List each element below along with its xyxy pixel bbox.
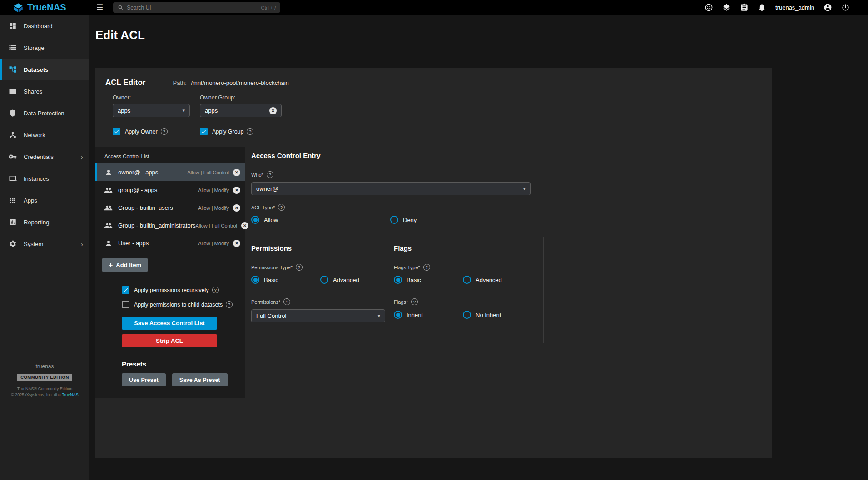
sidebar-item-credentials[interactable]: Credentials › [0, 146, 89, 168]
help-icon[interactable]: ? [226, 301, 233, 308]
flags-inherit-radio[interactable]: Inherit [394, 311, 463, 319]
permissions-type-label: Permissions Type* [251, 265, 293, 270]
apps-grid-icon [9, 196, 17, 204]
acl-entry-row[interactable]: owner@ - apps Allow | Full Control ✕ [95, 163, 245, 181]
sidebar-item-data-protection[interactable]: Data Protection [0, 102, 89, 124]
radio-circle [463, 311, 471, 319]
radio-circle [320, 276, 328, 284]
help-icon[interactable]: ? [411, 298, 418, 305]
truenas-logo-icon [13, 2, 24, 13]
flags-type-basic-radio[interactable]: Basic [394, 276, 463, 284]
permissions-type-basic-radio[interactable]: Basic [251, 276, 320, 284]
copyright-line: © 2025 iXsystems, Inc. dba TrueNAS [0, 392, 89, 397]
recursive-checkbox-row[interactable]: Apply permissions recursively ? [122, 286, 245, 294]
user-icon [104, 239, 113, 247]
help-icon[interactable]: ? [161, 128, 168, 135]
check-icon [201, 129, 207, 134]
search-bar[interactable]: Ctrl + / [113, 2, 280, 13]
flags-no-inherit-radio[interactable]: No Inherit [463, 311, 501, 319]
add-item-button[interactable]: + Add Item [102, 258, 148, 272]
search-shortcut-hint: Ctrl + / [261, 5, 276, 10]
truenas-logo[interactable]: TrueNAS [0, 2, 89, 13]
remove-entry-icon[interactable]: ✕ [233, 187, 240, 194]
owner-group-select[interactable]: apps ✕ [200, 104, 282, 117]
save-as-preset-button[interactable]: Save As Preset [172, 373, 228, 386]
sidebar-item-network[interactable]: Network [0, 124, 89, 146]
save-acl-button[interactable]: Save Access Control List [122, 317, 217, 330]
user-avatar-icon[interactable] [823, 3, 832, 12]
sidebar-item-datasets[interactable]: Datasets [0, 59, 89, 80]
radio-label: Inherit [407, 312, 423, 318]
radio-circle [394, 311, 402, 319]
radio-label: Deny [403, 217, 417, 223]
help-icon[interactable]: ? [247, 128, 253, 135]
sidebar-item-instances[interactable]: Instances [0, 168, 89, 189]
permissions-label: Permissions* [251, 299, 280, 305]
tasks-clipboard-icon[interactable] [740, 3, 749, 12]
remove-entry-icon[interactable]: ✕ [233, 204, 240, 212]
who-select[interactable]: owner@ ▾ [251, 182, 531, 195]
sidebar-item-label: Datasets [24, 66, 48, 73]
copyright-brand-link[interactable]: TrueNAS [62, 392, 79, 397]
flags-type-advanced-radio[interactable]: Advanced [463, 276, 502, 284]
apply-owner-checkbox-row[interactable]: Apply Owner ? [113, 128, 190, 135]
power-icon[interactable] [841, 3, 850, 12]
acl-entry-permission: Allow | Full Control [196, 223, 238, 228]
hamburger-menu-icon[interactable]: ☰ [96, 4, 103, 11]
help-icon[interactable]: ? [423, 264, 430, 271]
sidebar-item-storage[interactable]: Storage [0, 37, 89, 59]
laptop-icon [9, 174, 17, 183]
path-label: Path: [173, 79, 186, 86]
sidebar-item-system[interactable]: System › [0, 233, 89, 255]
sidebar-item-reporting[interactable]: Reporting [0, 211, 89, 233]
help-icon[interactable]: ? [212, 287, 219, 293]
child-datasets-checkbox-row[interactable]: Apply permissions to child datasets ? [122, 301, 245, 308]
plus-icon: + [109, 262, 113, 269]
copyright-text: © 2025 iXsystems, Inc. dba [11, 392, 62, 397]
sidebar-item-shares[interactable]: Shares [0, 80, 89, 102]
acl-entry-permission: Allow | Modify [198, 241, 229, 246]
apply-owner-checkbox[interactable] [113, 128, 120, 135]
flags-title: Flags [394, 244, 543, 252]
apply-group-checkbox[interactable] [200, 128, 208, 135]
acl-entry-row[interactable]: group@ - apps Allow | Modify ✕ [95, 181, 245, 199]
acl-type-deny-radio[interactable]: Deny [390, 216, 417, 224]
feedback-smiley-icon[interactable] [704, 3, 713, 12]
radio-circle [390, 216, 398, 224]
acl-entry-row[interactable]: User - apps Allow | Modify ✕ [95, 234, 245, 252]
clear-icon[interactable]: ✕ [269, 107, 277, 114]
apply-group-checkbox-row[interactable]: Apply Group ? [200, 128, 282, 135]
use-preset-button[interactable]: Use Preset [122, 373, 166, 386]
child-datasets-checkbox[interactable] [122, 301, 129, 308]
permissions-type-advanced-radio[interactable]: Advanced [320, 276, 359, 284]
search-input[interactable] [127, 5, 258, 11]
remove-entry-icon[interactable]: ✕ [233, 240, 240, 247]
help-icon[interactable]: ? [296, 264, 303, 271]
check-icon [123, 287, 129, 293]
sidebar-item-apps[interactable]: Apps [0, 189, 89, 211]
flags-field: Flags* ? Inherit No Inherit [394, 298, 543, 319]
help-icon[interactable]: ? [283, 298, 290, 305]
owner-select-value: apps [118, 107, 179, 114]
help-icon[interactable]: ? [278, 204, 285, 211]
acl-editor-card: ACL Editor Path: /mnt/monero-pool/monero… [95, 68, 772, 458]
jobs-layers-icon[interactable] [722, 3, 731, 12]
acl-entry-row[interactable]: Group - builtin_administrators Allow | F… [95, 217, 245, 234]
notifications-bell-icon[interactable] [758, 3, 766, 12]
recursive-checkbox[interactable] [122, 286, 129, 294]
gear-icon [9, 240, 17, 248]
owner-select[interactable]: apps ▾ [113, 104, 190, 117]
acl-entry-row[interactable]: Group - builtin_users Allow | Modify ✕ [95, 199, 245, 217]
strip-acl-button[interactable]: Strip ACL [122, 334, 217, 347]
remove-entry-icon[interactable]: ✕ [233, 169, 240, 176]
logged-in-username[interactable]: truenas_admin [775, 4, 814, 11]
acl-entry-name: group@ - apps [118, 187, 157, 193]
acl-list-title: Access Control List [95, 147, 245, 163]
sidebar-item-dashboard[interactable]: Dashboard [0, 15, 89, 37]
chevron-down-icon: ▾ [182, 108, 185, 114]
owner-form: Owner: apps ▾ Apply Owner ? Owner Group:… [113, 94, 772, 135]
sidebar-item-label: Storage [24, 45, 45, 51]
help-icon[interactable]: ? [267, 171, 273, 178]
acl-type-allow-radio[interactable]: Allow [251, 216, 390, 224]
permissions-select[interactable]: Full Control ▾ [251, 309, 385, 322]
